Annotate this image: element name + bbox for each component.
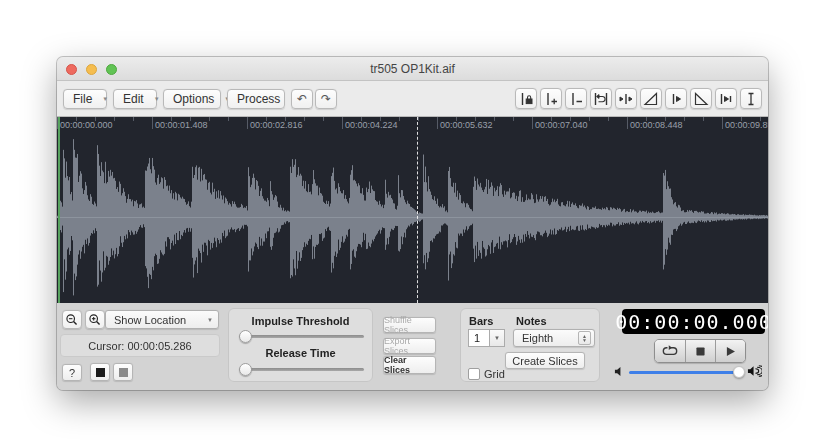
release-time-thumb[interactable] bbox=[239, 363, 252, 376]
ruler-tick-minor bbox=[513, 117, 514, 121]
ruler-tick-minor bbox=[741, 117, 742, 121]
undo-icon: ↶ bbox=[297, 92, 307, 106]
nudge-slice-icon bbox=[618, 91, 634, 107]
zoom-out-button[interactable] bbox=[62, 310, 82, 329]
waveform-display[interactable]: 00:00:00.00000:00:01.40800:00:02.81600:0… bbox=[57, 117, 768, 303]
ruler-tick-major bbox=[532, 117, 533, 129]
ruler-tick-minor bbox=[760, 117, 761, 121]
fade-in-icon bbox=[643, 91, 659, 107]
ruler-tick-major bbox=[342, 117, 343, 129]
add-slice-icon bbox=[543, 91, 559, 107]
lock-slice-button[interactable] bbox=[515, 88, 537, 109]
volume-slider[interactable] bbox=[629, 371, 741, 374]
impulse-threshold-thumb[interactable] bbox=[239, 330, 252, 343]
chevron-down-icon: ▼ bbox=[207, 317, 213, 323]
playhead-button[interactable] bbox=[665, 88, 687, 109]
time-display-value: 00:00:00.000 bbox=[615, 310, 768, 334]
fade-out-button[interactable] bbox=[690, 88, 712, 109]
volume-thumb[interactable] bbox=[733, 366, 745, 378]
chevron-down-icon: ▼ bbox=[494, 336, 500, 340]
shuffle-slices-button[interactable]: Shuffle Slices bbox=[383, 317, 436, 333]
bars-dropdown-button[interactable]: ▼ bbox=[490, 329, 505, 347]
process-menu-button[interactable]: Process▼ bbox=[227, 89, 285, 109]
stop-button[interactable] bbox=[685, 340, 715, 362]
ruler-tick-minor bbox=[703, 117, 704, 121]
window-title: tr505 OP1Kit.aif bbox=[57, 62, 768, 76]
stepper-arrows-icon: ▲▼ bbox=[578, 331, 591, 345]
loop-button[interactable] bbox=[655, 340, 685, 362]
ruler-tick-minor bbox=[285, 117, 286, 121]
ruler-tick-minor bbox=[684, 117, 685, 121]
clear-slices-label: Clear Slices bbox=[384, 355, 435, 375]
zoom-in-button[interactable] bbox=[85, 310, 105, 329]
start-marker-line[interactable] bbox=[58, 117, 60, 303]
export-slices-button[interactable]: Export Slices bbox=[383, 338, 436, 354]
location-dropdown[interactable]: Show Location ▼ bbox=[105, 310, 219, 329]
impulse-threshold-slider[interactable] bbox=[239, 335, 364, 338]
options-menu-label: Options bbox=[173, 92, 214, 106]
ruler-tick-minor bbox=[608, 117, 609, 121]
extend-slice-icon bbox=[718, 91, 734, 107]
lock-slice-icon bbox=[518, 91, 534, 107]
fade-out-icon bbox=[693, 91, 709, 107]
waveform-centerline bbox=[57, 217, 768, 218]
redo-button[interactable]: ↷ bbox=[315, 89, 337, 109]
ruler-label: 00:00:07.040 bbox=[535, 120, 588, 130]
ruler-tick-minor bbox=[589, 117, 590, 121]
ruler-tick-major bbox=[152, 117, 153, 129]
bars-value: 1 bbox=[474, 332, 480, 344]
ruler-label: 00:00:04.224 bbox=[345, 120, 398, 130]
ruler-tick-minor bbox=[570, 117, 571, 121]
clear-slices-button[interactable]: Clear Slices bbox=[383, 356, 436, 374]
ruler-tick-minor bbox=[76, 117, 77, 121]
ruler-tick-major bbox=[247, 117, 248, 129]
help-button[interactable]: ? bbox=[62, 364, 82, 381]
black-square-button[interactable] bbox=[90, 363, 110, 381]
play-button[interactable] bbox=[715, 340, 745, 362]
cursor-readout-text: Cursor: 00:00:05.286 bbox=[88, 340, 191, 352]
volume-min-icon bbox=[614, 366, 625, 377]
ruler-tick-minor bbox=[456, 117, 457, 121]
volume-max-icon bbox=[747, 364, 762, 378]
edit-menu-button[interactable]: Edit▼ bbox=[113, 89, 157, 109]
options-menu-button[interactable]: Options▼ bbox=[163, 89, 221, 109]
grid-label: Grid bbox=[484, 368, 505, 380]
process-menu-label: Process bbox=[237, 92, 280, 106]
extend-slice-button[interactable] bbox=[715, 88, 737, 109]
remove-slice-button[interactable] bbox=[565, 88, 587, 109]
add-slice-button[interactable] bbox=[540, 88, 562, 109]
notes-dropdown[interactable]: Eighth ▲▼ bbox=[513, 329, 595, 347]
loop-slice-button[interactable] bbox=[590, 88, 612, 109]
nudge-slice-button[interactable] bbox=[615, 88, 637, 109]
ruler-tick-minor bbox=[665, 117, 666, 121]
export-slices-label: Export Slices bbox=[384, 336, 435, 356]
ruler-label: 00:00:05.632 bbox=[440, 120, 493, 130]
file-menu-button[interactable]: File▼ bbox=[63, 89, 107, 109]
grid-checkbox[interactable] bbox=[468, 368, 480, 380]
ruler-tick-minor bbox=[418, 117, 419, 121]
zoom-out-icon bbox=[65, 313, 79, 327]
gray-square-button[interactable] bbox=[113, 363, 133, 381]
undo-button[interactable]: ↶ bbox=[291, 89, 313, 109]
playback-cursor-line[interactable] bbox=[417, 117, 418, 303]
ruler-tick-minor bbox=[209, 117, 210, 121]
ruler-tick-minor bbox=[399, 117, 400, 121]
ruler-tick-major bbox=[437, 117, 438, 129]
ruler-tick-minor bbox=[494, 117, 495, 121]
detection-panel: Impulse Threshold Release Time bbox=[228, 308, 373, 382]
black-square-icon bbox=[96, 368, 105, 377]
location-dropdown-value: Show Location bbox=[114, 314, 186, 326]
fade-in-button[interactable] bbox=[640, 88, 662, 109]
control-panel: Show Location ▼ Cursor: 00:00:05.286 ? I… bbox=[57, 303, 768, 390]
ibeam-button[interactable] bbox=[740, 88, 762, 109]
release-time-slider[interactable] bbox=[239, 368, 364, 371]
create-slices-button[interactable]: Create Slices bbox=[505, 352, 585, 369]
gray-square-icon bbox=[119, 368, 128, 377]
ruler-tick-minor bbox=[380, 117, 381, 121]
ruler-tick-minor bbox=[646, 117, 647, 121]
chevron-down-icon: ▼ bbox=[154, 96, 160, 102]
ibeam-icon bbox=[743, 91, 759, 107]
titlebar[interactable]: tr505 OP1Kit.aif bbox=[57, 57, 768, 81]
ruler-tick-minor bbox=[114, 117, 115, 121]
bars-field[interactable]: 1 bbox=[468, 329, 490, 347]
